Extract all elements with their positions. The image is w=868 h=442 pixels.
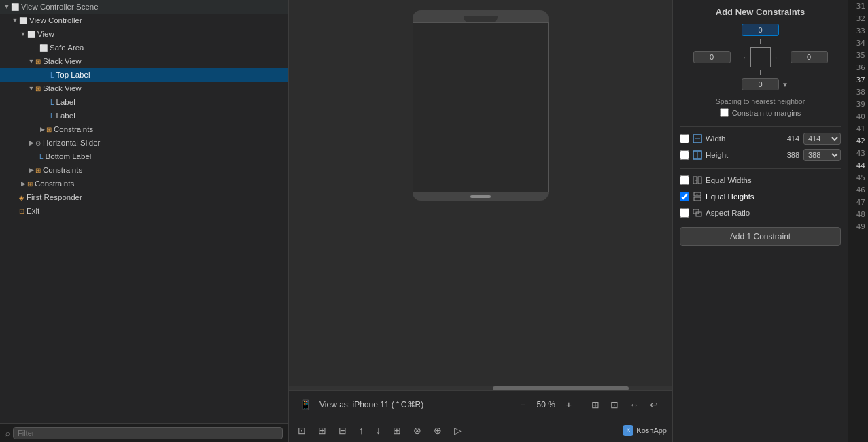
zoom-out-button[interactable]: − [517,398,528,411]
line-45: 45 [848,171,868,184]
tree-item-bottomlabel[interactable]: ▶ L Bottom Label [0,150,288,163]
tree-item-label1[interactable]: ▶ L Label [0,95,288,109]
svg-rect-5 [698,177,701,184]
line-48: 48 [848,208,868,220]
height-label: Height [706,151,784,159]
phone-mockup [413,10,549,201]
width-checkbox[interactable] [680,134,689,143]
spacing-top-input[interactable] [742,24,779,36]
view-as-label: View as: iPhone 11 (⌃C⌘R) [319,400,423,409]
scene-tree: ▼ ⬜ View Controller Scene ▼ ⬜ View Contr… [0,0,288,423]
tree-label-constraints1: Constraints [54,125,93,133]
tree-item-stackview2[interactable]: ▼ ⊞ Stack View [0,82,288,95]
constrain-margins-checkbox[interactable] [720,108,729,117]
width-select[interactable]: 414 [803,133,841,145]
tree-label-vc: View Controller [29,16,82,24]
line-32: 32 [848,12,868,24]
zoom-level: 50 % [536,400,555,409]
spacing-note: Spacing to nearest neighbor [680,97,841,105]
tree-label-bottomlabel: Bottom Label [46,152,92,160]
toolbar-indent-left[interactable]: ↑ [355,424,367,437]
toolbar-pin[interactable]: ⊕ [430,424,445,437]
height-checkbox[interactable] [680,150,689,160]
tree-item-scene[interactable]: ▼ ⬜ View Controller Scene [0,0,288,14]
app-icon: K [623,425,633,436]
tree-label-view: View [37,30,54,38]
equal-widths-checkbox[interactable] [680,175,689,185]
tree-item-exit[interactable]: ▶ ⊡ Exit [0,204,288,218]
constraint-row-equal-widths: = Equal Widths [680,173,841,188]
layout-btn-1[interactable]: ⊞ [588,398,603,411]
line-49: 49 [848,220,868,233]
canvas-toolbar: ⊡ ⊞ ⊟ ↑ ↓ ⊞ ⊗ ⊕ ▷ K KoshApp [289,418,672,442]
constraint-row-equal-heights: = Equal Heights [680,189,841,204]
line-47: 47 [848,196,868,208]
tree-item-constraints1[interactable]: ▶ ⊞ Constraints [0,122,288,136]
filter-icon: ⌕ [5,429,10,437]
svg-text:=: = [696,192,698,197]
height-select[interactable]: 388 [803,149,841,161]
toolbar-align-left[interactable]: ⊡ [294,424,309,437]
device-icon: 📱 [300,399,311,410]
tree-label-constraints2: Constraints [43,166,82,174]
tree-item-constraints2[interactable]: ▶ ⊞ Constraints [0,163,288,177]
line-46: 46 [848,184,868,196]
filter-input[interactable] [13,427,283,439]
layout-btn-3[interactable]: ↔ [626,398,642,411]
toolbar-chain[interactable]: ⊗ [410,424,425,437]
zoom-in-button[interactable]: + [563,398,574,411]
line-35: 35 [848,49,868,61]
canvas-main: 📱 View as: iPhone 11 (⌃C⌘R) − 50 % + ⊞ ⊡… [289,0,672,442]
toolbar-resolve[interactable]: ▷ [451,424,465,437]
tree-item-safearea[interactable]: ▶ ⬜ Safe Area [0,41,288,54]
svg-rect-8 [694,197,701,201]
line-37: 37 [848,73,868,86]
aspect-ratio-label: Aspect Ratio [706,209,841,217]
tree-item-view[interactable]: ▼ ⬜ View [0,27,288,41]
tree-label-stackview2: Stack View [43,84,82,92]
constraint-row-height: Height 388 388 [680,148,841,163]
tree-item-constraints3[interactable]: ▶ ⊞ Constraints [0,177,288,190]
panel-title: Add New Constraints [680,7,841,17]
line-34: 34 [848,37,868,49]
spacing-right-input[interactable] [791,51,828,63]
aspect-ratio-checkbox[interactable] [680,208,689,218]
add-constraint-button[interactable]: Add 1 Constraint [680,227,841,246]
tree-label-safearea: Safe Area [50,44,84,52]
separator-1 [680,126,841,127]
spacing-left-input[interactable] [693,51,731,63]
height-icon [692,150,703,160]
toolbar-justify[interactable]: ⊟ [335,424,350,437]
tree-item-label2[interactable]: ▶ L Label [0,109,288,122]
layout-btn-4[interactable]: ↩ [646,398,661,411]
toolbar-frame[interactable]: ⊞ [389,424,404,437]
line-numbers-panel: 31 32 33 34 35 36 37 38 39 40 41 42 43 4… [848,0,868,442]
constraint-row-aspect-ratio: Aspect Ratio [680,205,841,220]
tree-item-hslider[interactable]: ▶ ⊙ Horizontal Slider [0,136,288,150]
spacing-bottom-input[interactable] [742,78,779,90]
equal-heights-checkbox[interactable] [680,192,689,201]
tree-label-toplabel: Top Label [56,71,90,79]
line-38: 38 [848,86,868,98]
line-39: 39 [848,98,868,110]
tree-item-vc[interactable]: ▼ ⬜ View Controller [0,14,288,27]
constraints-panel: Add New Constraints [672,0,848,442]
toolbar-align-center[interactable]: ⊞ [315,424,330,437]
tree-item-stackview1[interactable]: ▼ ⊞ Stack View [0,54,288,68]
equal-heights-label: Equal Heights [706,192,841,201]
tree-label-exit: Exit [27,207,39,215]
tree-item-firstresponder[interactable]: ▶ ◈ First Responder [0,190,288,204]
app-name: KoshApp [636,426,667,435]
scene-tree-panel: ▼ ⬜ View Controller Scene ▼ ⬜ View Contr… [0,0,289,442]
tree-label-stackview1: Stack View [43,57,82,65]
tree-label-firstresponder: First Responder [27,193,82,201]
toolbar-indent-right[interactable]: ↓ [372,424,384,437]
canvas-bottom-bar: 📱 View as: iPhone 11 (⌃C⌘R) − 50 % + ⊞ ⊡… [289,390,672,418]
equal-widths-icon: = [692,175,703,186]
layout-btn-2[interactable]: ⊡ [607,398,622,411]
tree-item-toplabel[interactable]: ▶ L Top Label [0,68,288,82]
tree-label-scene: View Controller Scene [21,3,99,11]
tree-label-hslider: Horizontal Slider [43,139,100,147]
constraint-row-width: Width 414 414 [680,131,841,146]
line-31: 31 [848,0,868,12]
